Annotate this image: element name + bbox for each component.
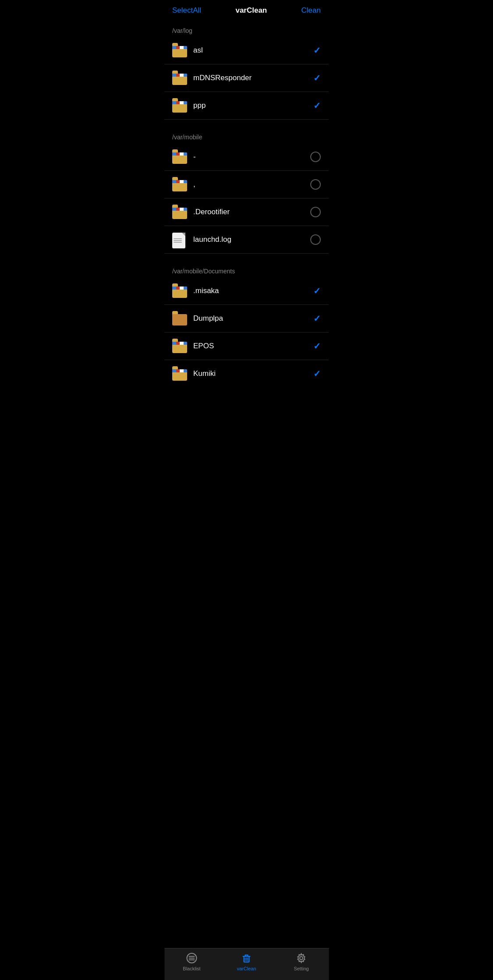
section-header-var-mobile-documents: /var/mobile/Documents bbox=[164, 260, 329, 277]
item-name: , bbox=[193, 180, 310, 189]
item-name: Kumiki bbox=[193, 369, 313, 378]
item-name: launchd.log bbox=[193, 235, 310, 244]
item-name: ppp bbox=[193, 101, 313, 110]
item-name: .misaka bbox=[193, 287, 313, 295]
circle-unchecked-icon bbox=[310, 152, 321, 162]
checkmark-icon: ✓ bbox=[313, 100, 321, 111]
list-item[interactable]: , bbox=[164, 171, 329, 198]
checkmark-icon: ✓ bbox=[313, 45, 321, 56]
app-title: varClean bbox=[235, 6, 267, 15]
folder-icon bbox=[172, 149, 188, 165]
list-item[interactable]: ppp ✓ bbox=[164, 92, 329, 120]
item-name: Dumplpa bbox=[193, 314, 313, 323]
folder-icon bbox=[172, 338, 188, 354]
item-name: asl bbox=[193, 46, 313, 55]
item-name: mDNSResponder bbox=[193, 74, 313, 82]
checkmark-icon: ✓ bbox=[313, 286, 321, 296]
folder-icon bbox=[172, 311, 188, 326]
checkmark-icon: ✓ bbox=[313, 341, 321, 351]
app-header: SelectAll varClean Clean bbox=[164, 0, 329, 19]
checkmark-icon: ✓ bbox=[313, 73, 321, 83]
file-icon bbox=[172, 232, 188, 248]
list-item[interactable]: mDNSResponder ✓ bbox=[164, 64, 329, 92]
list-item[interactable]: Kumiki ✓ bbox=[164, 360, 329, 387]
section-header-var-mobile: /var/mobile bbox=[164, 126, 329, 143]
list-item[interactable]: Dumplpa ✓ bbox=[164, 305, 329, 333]
section-header-var-log: /var/log bbox=[164, 19, 329, 37]
item-name: - bbox=[193, 152, 310, 161]
folder-icon bbox=[172, 204, 188, 220]
list-item[interactable]: launchd.log bbox=[164, 226, 329, 254]
folder-icon bbox=[172, 70, 188, 86]
checkmark-icon: ✓ bbox=[313, 368, 321, 379]
list-item[interactable]: EPOS ✓ bbox=[164, 333, 329, 360]
item-name: .Derootifier bbox=[193, 208, 310, 216]
folder-icon bbox=[172, 98, 188, 113]
list-item[interactable]: .misaka ✓ bbox=[164, 277, 329, 305]
circle-unchecked-icon bbox=[310, 234, 321, 245]
circle-unchecked-icon bbox=[310, 179, 321, 190]
circle-unchecked-icon bbox=[310, 207, 321, 217]
select-all-button[interactable]: SelectAll bbox=[172, 6, 201, 15]
list-item[interactable]: .Derootifier bbox=[164, 198, 329, 226]
content-scroll: /var/log asl ✓ bbox=[164, 19, 329, 427]
folder-icon bbox=[172, 283, 188, 299]
folder-icon bbox=[172, 42, 188, 58]
folder-icon bbox=[172, 177, 188, 192]
item-name: EPOS bbox=[193, 342, 313, 350]
list-item[interactable]: - bbox=[164, 143, 329, 171]
clean-button[interactable]: Clean bbox=[301, 6, 321, 15]
folder-icon bbox=[172, 366, 188, 382]
list-item[interactable]: asl ✓ bbox=[164, 37, 329, 64]
checkmark-icon: ✓ bbox=[313, 313, 321, 324]
